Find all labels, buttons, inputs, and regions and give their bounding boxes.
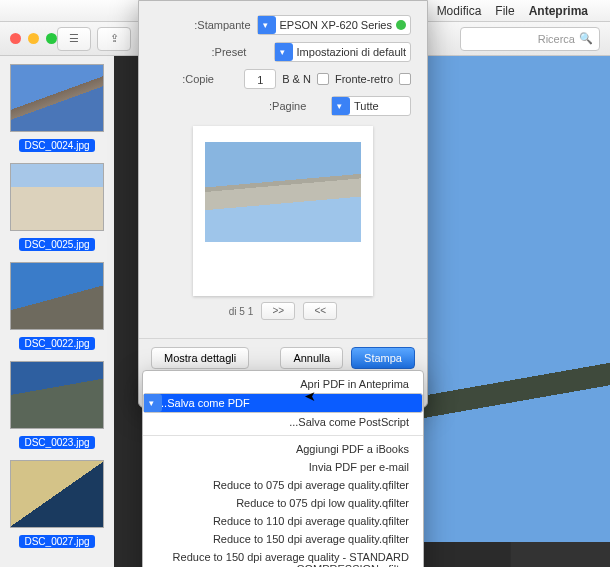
- search-placeholder: Ricerca: [538, 33, 575, 45]
- pages-label: Pagine:: [269, 100, 325, 112]
- thumbnail-label: DSC_0027.jpg: [19, 535, 94, 548]
- toolbar-share-button[interactable]: ⇪: [97, 27, 131, 51]
- pages-select[interactable]: Tutte: [331, 96, 411, 116]
- minimize-button[interactable]: [28, 33, 39, 44]
- menu-item[interactable]: Reduce to 075 dpi low quality.qfilter: [143, 494, 423, 512]
- copies-label: Copie:: [182, 73, 238, 85]
- bw-checkbox[interactable]: [317, 73, 329, 85]
- preset-select[interactable]: Impostazioni di default: [274, 42, 411, 62]
- pager: >> << 1 di 5: [155, 302, 411, 320]
- pager-next-button[interactable]: >>: [303, 302, 337, 320]
- thumbnail[interactable]: DSC_0024.jpg: [6, 64, 108, 153]
- thumbnail-label: DSC_0024.jpg: [19, 139, 94, 152]
- cursor-icon: ➤: [304, 388, 316, 404]
- preset-label: Preset:: [212, 46, 268, 58]
- printer-status-icon: [396, 20, 406, 30]
- thumbnail[interactable]: DSC_0022.jpg: [6, 262, 108, 351]
- pager-text: 1 di 5: [229, 306, 253, 317]
- thumbnail-label: DSC_0022.jpg: [19, 337, 94, 350]
- print-preview-image: [205, 142, 361, 242]
- menu-item[interactable]: Reduce to 150 dpi average quality.qfilte…: [143, 530, 423, 548]
- printer-label: Stampante:: [194, 19, 250, 31]
- copies-input[interactable]: 1: [244, 69, 276, 89]
- search-input[interactable]: 🔍 Ricerca: [460, 27, 600, 51]
- search-icon: 🔍: [579, 32, 593, 45]
- pager-prev-button[interactable]: <<: [261, 302, 295, 320]
- print-dialog: EPSON XP-620 Series Stampante: Impostazi…: [138, 0, 428, 408]
- thumbnail-label: DSC_0023.jpg: [19, 436, 94, 449]
- thumbnail-label: DSC_0025.jpg: [19, 238, 94, 251]
- thumbnail-sidebar[interactable]: DSC_0024.jpg DSC_0025.jpg DSC_0022.jpg D…: [0, 56, 114, 567]
- menu-item[interactable]: Reduce to 150 dpi average quality - STAN…: [143, 548, 423, 567]
- traffic-lights: [10, 33, 57, 44]
- thumbnail[interactable]: DSC_0025.jpg: [6, 163, 108, 252]
- menu-item[interactable]: Reduce to 110 dpi average quality.qfilte…: [143, 512, 423, 530]
- thumbnail[interactable]: DSC_0023.jpg: [6, 361, 108, 450]
- menu-item[interactable]: Reduce to 075 dpi average quality.qfilte…: [143, 476, 423, 494]
- menu-edit[interactable]: Modifica: [437, 4, 482, 18]
- print-button[interactable]: Stampa: [351, 347, 415, 369]
- show-details-button[interactable]: Mostra dettagli: [151, 347, 249, 369]
- menu-item-save-as-pdf[interactable]: Salva come PDF...: [143, 393, 423, 413]
- menu-item[interactable]: Salva come PostScript...: [143, 413, 423, 431]
- thumbnail[interactable]: DSC_0027.jpg: [6, 460, 108, 549]
- bw-label: B & N: [282, 73, 311, 85]
- menu-file[interactable]: File: [495, 4, 514, 18]
- close-button[interactable]: [10, 33, 21, 44]
- menu-item[interactable]: Apri PDF in Anteprima: [143, 375, 423, 393]
- maximize-button[interactable]: [46, 33, 57, 44]
- menu-item[interactable]: Invia PDF per e-mail: [143, 458, 423, 476]
- print-preview: [193, 126, 373, 296]
- toolbar-sidebar-button[interactable]: ☰: [57, 27, 91, 51]
- twosided-checkbox[interactable]: [399, 73, 411, 85]
- twosided-label: Fronte-retro: [335, 73, 393, 85]
- menu-item[interactable]: Aggiungi PDF a iBooks: [143, 440, 423, 458]
- cancel-button[interactable]: Annulla: [280, 347, 343, 369]
- printer-select[interactable]: EPSON XP-620 Series: [257, 15, 412, 35]
- menu-app[interactable]: Anteprima: [529, 4, 588, 18]
- pdf-dropdown-menu: Apri PDF in Anteprima Salva come PDF... …: [142, 370, 424, 567]
